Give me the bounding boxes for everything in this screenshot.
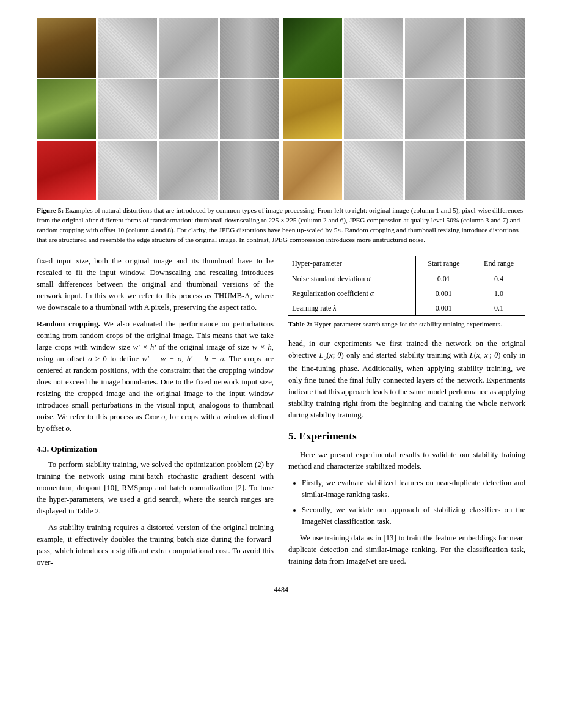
table-header-start: Start range: [415, 256, 472, 271]
left-image-grid: [37, 18, 279, 200]
page-number: 4484: [37, 586, 525, 595]
img-dog-noise2: [405, 141, 464, 200]
table-cell-end2: 1.0: [472, 286, 525, 301]
right-para2: Here we present experimental results to …: [288, 449, 525, 472]
img-bottles-noise3: [220, 79, 279, 139]
left-para1: fixed input size, both the original imag…: [37, 256, 274, 314]
img-person-noise1: [98, 18, 157, 78]
table-row: Regularization coefficient α 0.001 1.0: [288, 286, 525, 301]
img-sign-noise1: [344, 79, 403, 139]
img-animal-noise1: [344, 18, 403, 78]
img-sign-noise2: [405, 79, 464, 139]
img-person-original: [37, 18, 96, 78]
table-header-param: Hyper-parameter: [288, 256, 415, 271]
img-food-original: [37, 141, 96, 200]
table-cell-end1: 0.4: [472, 271, 525, 287]
table-cell-end3: 0.1: [472, 301, 525, 316]
table-cell-start1: 0.01: [415, 271, 472, 287]
img-bottles-noise2: [159, 79, 218, 139]
img-sign-original: [283, 79, 342, 139]
figure-label: Figure 5:: [37, 207, 64, 214]
img-dog-noise1: [344, 141, 403, 200]
random-cropping-text: We also evaluated the performance on per…: [37, 320, 274, 433]
img-animal-noise3: [466, 18, 525, 78]
img-food-noise1: [98, 141, 157, 200]
bullet-item-2: Secondly, we validate our approach of st…: [302, 504, 525, 528]
left-column: fixed input size, both the original imag…: [37, 256, 274, 573]
img-animal-noise2: [405, 18, 464, 78]
img-food-noise3: [220, 141, 279, 200]
table-cell-start2: 0.001: [415, 286, 472, 301]
left-para3: To perform stability training, we solved…: [37, 459, 274, 517]
table-cell-param3: Learning rate λ: [288, 301, 415, 316]
figure-caption-text: Examples of natural distortions that are…: [37, 207, 523, 243]
table-caption: Table 2: Hyper-parameter search range fo…: [288, 320, 525, 329]
img-animal-original: [283, 18, 342, 78]
left-para4: As stability training requires a distort…: [37, 522, 274, 568]
section-43-heading: 4.3. Optimization: [37, 443, 274, 455]
img-bottles-original: [37, 79, 96, 139]
right-para1: head, in our experiments we first traine…: [288, 338, 525, 421]
left-para2: Random cropping. We also evaluated the p…: [37, 318, 274, 435]
random-cropping-heading: Random cropping.: [37, 320, 100, 328]
right-column: Hyper-parameter Start range End range No…: [288, 256, 525, 573]
hyper-parameter-table: Hyper-parameter Start range End range No…: [288, 256, 525, 316]
figure-images: [37, 18, 525, 200]
img-sign-noise3: [466, 79, 525, 139]
table-label: Table 2:: [288, 320, 312, 328]
body-columns: fixed input size, both the original imag…: [37, 256, 525, 573]
table-cell-start3: 0.001: [415, 301, 472, 316]
img-food-noise2: [159, 141, 218, 200]
experiments-bullets: Firstly, we evaluate stabilized features…: [288, 477, 525, 528]
table-cell-param1: Noise standard deviation σ: [288, 271, 415, 287]
img-person-noise3: [220, 18, 279, 78]
img-bottles-noise1: [98, 79, 157, 139]
img-dog-original: [283, 141, 342, 200]
bullet-item-1: Firstly, we evaluate stabilized features…: [302, 477, 525, 501]
table-header-end: End range: [472, 256, 525, 271]
table-cell-param2: Regularization coefficient α: [288, 286, 415, 301]
table-row: Learning rate λ 0.001 0.1: [288, 301, 525, 316]
img-dog-noise3: [466, 141, 525, 200]
table-row: Noise standard deviation σ 0.01 0.4: [288, 271, 525, 287]
section-5-heading: 5. Experiments: [288, 428, 525, 444]
right-para3: We use training data as in [13] to train…: [288, 532, 525, 567]
figure-section: Figure 5: Examples of natural distortion…: [37, 18, 525, 245]
page: Figure 5: Examples of natural distortion…: [0, 0, 562, 728]
img-person-noise2: [159, 18, 218, 78]
right-image-grid: [283, 18, 525, 200]
table-container: Hyper-parameter Start range End range No…: [288, 256, 525, 329]
table-caption-text: Hyper-parameter search range for the sta…: [314, 320, 502, 328]
figure-caption: Figure 5: Examples of natural distortion…: [37, 206, 525, 245]
